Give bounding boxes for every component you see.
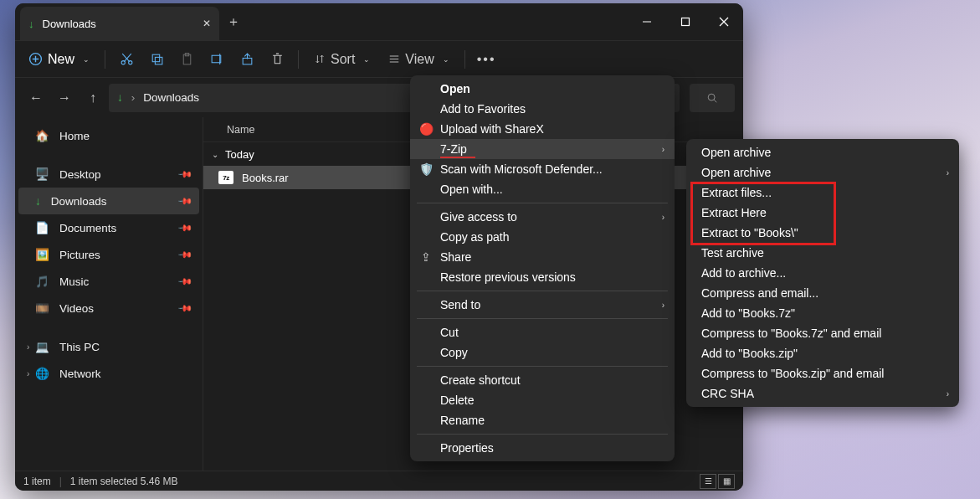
share-button[interactable] (233, 46, 261, 73)
submenu-item-crc-sha[interactable]: CRC SHA › (686, 383, 959, 404)
menu-item-rename[interactable]: Rename (410, 410, 675, 430)
network-icon: 🌐 (35, 367, 49, 380)
details-view-button[interactable]: ☰ (700, 474, 716, 489)
menu-item-properties[interactable]: Properties (410, 438, 675, 458)
chevron-right-icon: › (662, 145, 664, 154)
menu-item-defender[interactable]: 🛡️ Scan with Microsoft Defender... (410, 159, 675, 179)
minimize-button[interactable] (628, 3, 666, 40)
downloads-icon: ↓ (28, 18, 34, 30)
copy-button[interactable] (142, 46, 171, 73)
close-tab-icon[interactable]: ✕ (203, 18, 211, 29)
menu-item-copypath[interactable]: Copy as path (410, 227, 675, 247)
menu-item-7zip[interactable]: 7-Zip › (410, 139, 675, 159)
menu-item-shortcut[interactable]: Create shortcut (410, 370, 675, 390)
sort-label: Sort (331, 52, 355, 67)
submenu-item-open-archive-sub[interactable]: Open archive › (686, 162, 959, 183)
new-tab-button[interactable]: ＋ (219, 3, 248, 40)
chevron-down-icon: ⌄ (212, 150, 218, 159)
sidebar-item-downloads[interactable]: ↓ Downloads 📌 (18, 188, 199, 214)
menu-item-share[interactable]: ⇪ Share (410, 247, 675, 267)
downloads-icon: ↓ (35, 195, 41, 208)
expand-icon[interactable]: › (27, 369, 29, 378)
sidebar-item-network[interactable]: › 🌐 Network (18, 360, 199, 387)
menu-item-open[interactable]: Open (410, 79, 675, 99)
videos-icon: 🎞️ (35, 301, 49, 315)
menu-item-sendto[interactable]: Send to › (410, 295, 675, 315)
tab-downloads[interactable]: ↓ Downloads ✕ (20, 7, 219, 40)
menu-item-openwith[interactable]: Open with... (410, 179, 675, 199)
svg-line-22 (714, 100, 716, 102)
close-window-button[interactable] (705, 3, 743, 40)
rar-icon: 7z (218, 171, 233, 184)
submenu-item-compress-zip-email[interactable]: Compress to "Books.zip" and email (686, 363, 959, 383)
submenu-item-extract-here[interactable]: Extract Here (686, 203, 959, 223)
sidebar-item-label: Videos (59, 302, 94, 315)
submenu-item-add-zip[interactable]: Add to "Books.zip" (686, 343, 959, 363)
expand-icon[interactable]: › (27, 342, 29, 352)
menu-item-copy[interactable]: Copy (410, 342, 675, 363)
sidebar-item-pictures[interactable]: 🖼️ Pictures 📌 (18, 241, 199, 268)
menu-item-sharex[interactable]: 🔴 Upload with ShareX (410, 119, 675, 139)
new-button[interactable]: New ⌄ (20, 46, 98, 73)
svg-rect-17 (243, 58, 252, 64)
documents-icon: 📄 (35, 221, 49, 234)
cut-button[interactable] (112, 46, 141, 73)
submenu-item-extract-to[interactable]: Extract to "Books\" (686, 223, 959, 243)
submenu-item-extract-files[interactable]: Extract files... (686, 183, 959, 203)
back-button[interactable]: ← (23, 85, 49, 111)
svg-rect-1 (682, 18, 690, 26)
menu-item-restore[interactable]: Restore previous versions (410, 267, 675, 287)
sidebar-item-documents[interactable]: 📄 Documents 📌 (18, 214, 199, 241)
submenu-item-compress-7z-email[interactable]: Compress to "Books.7z" and email (686, 323, 959, 343)
thumbnails-view-button[interactable]: ▦ (718, 474, 735, 489)
pin-icon: 📌 (177, 300, 192, 316)
sidebar-item-music[interactable]: 🎵 Music 📌 (18, 268, 199, 295)
menu-item-favorites[interactable]: Add to Favorites (410, 99, 675, 119)
divider (105, 50, 105, 69)
highlight-underline (440, 157, 475, 158)
sidebar-item-label: Downloads (51, 195, 107, 208)
maximize-button[interactable] (666, 3, 705, 40)
file-name: Books.rar (242, 172, 289, 184)
shield-icon: 🛡️ (418, 162, 434, 176)
sidebar-item-label: Documents (59, 222, 116, 234)
submenu-item-add-archive[interactable]: Add to archive... (686, 263, 959, 283)
sidebar-item-label: Pictures (59, 249, 100, 261)
rename-button[interactable] (203, 46, 231, 73)
title-bar: ↓ Downloads ✕ ＋ (15, 3, 743, 40)
separator (417, 434, 668, 435)
status-selection: 1 item selected 5.46 MB (70, 476, 178, 487)
menu-item-delete[interactable]: Delete (410, 390, 675, 410)
menu-item-giveaccess[interactable]: Give access to › (410, 207, 675, 227)
delete-button[interactable] (263, 46, 291, 73)
breadcrumb-item[interactable]: Downloads (143, 91, 199, 104)
view-button[interactable]: View ⌄ (380, 46, 457, 73)
chevron-right-icon: › (947, 389, 949, 399)
paste-icon (180, 52, 194, 66)
up-button[interactable]: ↑ (80, 85, 105, 111)
search-box[interactable] (690, 84, 735, 112)
submenu-item-open-archive[interactable]: Open archive (686, 142, 959, 162)
sidebar-item-home[interactable]: 🏠 Home (18, 122, 199, 149)
submenu-item-test-archive[interactable]: Test archive (686, 243, 959, 263)
more-button[interactable]: ••• (472, 46, 501, 73)
submenu-item-add-7z[interactable]: Add to "Books.7z" (686, 303, 959, 323)
forward-button[interactable]: → (52, 85, 77, 111)
context-menu: Open Add to Favorites 🔴 Upload with Shar… (410, 75, 675, 461)
search-icon (706, 92, 718, 104)
chevron-right-icon: › (947, 168, 949, 177)
paste-button[interactable] (172, 46, 201, 73)
desktop-icon: 🖥️ (35, 167, 49, 181)
music-icon: 🎵 (35, 275, 49, 288)
sidebar-item-desktop[interactable]: 🖥️ Desktop 📌 (18, 161, 199, 188)
group-label: Today (225, 148, 254, 161)
separator (417, 318, 668, 319)
menu-item-cut[interactable]: Cut (410, 322, 675, 342)
toolbar: New ⌄ Sort ⌄ View ⌄ (15, 40, 743, 77)
status-bar: 1 item | 1 item selected 5.46 MB ☰ ▦ (15, 471, 743, 491)
sidebar-item-videos[interactable]: 🎞️ Videos 📌 (18, 295, 199, 322)
chevron-down-icon: ⌄ (83, 55, 90, 64)
sidebar-item-thispc[interactable]: › 💻 This PC (18, 333, 199, 360)
submenu-item-compress-email[interactable]: Compress and email... (686, 283, 959, 303)
sort-button[interactable]: Sort ⌄ (305, 46, 378, 73)
